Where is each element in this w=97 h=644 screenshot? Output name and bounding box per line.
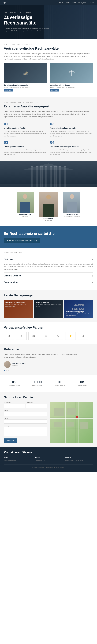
trusted-card-2-image [50,64,93,83]
trusted-card-2-btn[interactable]: Mehr lesen [50,89,59,92]
ref-role: Manager [12,364,26,366]
map-road-h1 [50,418,93,419]
stat-label-3: Anwälte verfügbar [50,385,70,386]
first-name-input[interactable] [4,404,25,408]
meeting-text-2: We are here at your account and can help… [36,304,61,307]
map-container [50,402,93,443]
meetings-grid: Ihre Partner im Sozialbereich Lorem ipsu… [4,300,93,318]
lawyer-item-1: 01 Verteidigung Ihrer Rechte Lorem ipsum… [4,122,47,137]
service-header-1[interactable]: Civil Law ∧ [4,256,93,263]
email-input[interactable] [4,412,47,416]
team-role-2: Verkaufsleiter [39,220,58,221]
partner-7: ⊞ [78,332,88,340]
lawyer-text-1: Lorem ipsum dolor sit amet, consectetur … [4,130,47,137]
form-name-row: First Name Last Name [4,402,47,408]
services-label: UNSERE LEISTUNGEN [4,252,93,254]
cta-section: Ihr Rechtsschutz erwartet Sie Holen Sie … [0,226,97,248]
trusted-card-1-image [4,64,47,83]
cta-title: Ihr Rechtsschutz erwartet Sie [4,232,93,236]
team-grid: CELIA ALMEIDA Büroleiter JACK ALVAREZ Ve… [4,192,93,221]
partners-title: Vertrauenswürdige Partner [4,326,93,329]
submit-button[interactable]: Absenden [4,438,17,443]
team-name-3: NAT REYNOLDS [63,214,80,216]
team-name-2: JACK ALVAREZ [39,218,58,220]
service-item-1: Civil Law ∧ Lorem ipsum dolor sit amet, … [4,256,93,272]
stat-4: 0K Kunden betreut [72,378,93,388]
hero-section: GERECHTIGKEIT UND SCHNITT Zuverlässige R… [0,5,97,39]
meeting-text-1: Lorem ipsum dolor sit amet, consectetur … [5,304,31,307]
lawyer-title-4: Ihre vertrauenswürdigen Anwälte [50,146,93,148]
message-input[interactable] [4,427,47,436]
partner-4: ◉ [41,332,51,340]
stat-number-2: 0.000 [27,380,47,384]
nav-home[interactable]: Home [59,2,63,4]
trusted-cards: Juristische Exzellenz garantiert Sample … [4,64,93,92]
trusted-card-1-overlay: Juristische Exzellenz garantiert Sample … [4,83,47,92]
map-block-5 [80,422,88,428]
team-card-2: JACK ALVAREZ Verkaufsleiter [39,192,58,221]
nav-links: Home About FAQ Pricing Plan Contact [59,2,95,4]
lawyer-text-3: Lorem ipsum dolor sit amet, consectetur … [4,149,47,156]
footer-phone-label: Telefon [34,457,63,458]
nav-faq[interactable]: FAQ [73,2,76,4]
ref-dot-2[interactable] [6,370,7,371]
partner-6: ⚡ [65,332,76,340]
nav-logo[interactable]: logo [2,2,6,4]
footer-grid: E-Mail info@example.com Telefon +49 123 … [4,457,93,462]
courthouse-columns [0,161,97,187]
lawyers-section: IHRE VERTRAUENSWÜRDIGEN ANWÄLTE Erfahren… [0,97,97,161]
lawyer-num-2: 02 [50,122,93,126]
partner-3: ◁▷ [28,332,39,340]
ref-dot-1[interactable] [4,370,5,371]
meeting-card-3: MARCHFOR OURLIVES Komplexe Rechtslösunge… [64,300,93,318]
meeting-card-1: Ihre Partner im Sozialbereich Lorem ipsu… [4,300,33,318]
last-name-input[interactable] [26,404,47,408]
phone-input[interactable] [4,420,47,424]
trusted-section: KOMPETENTE RECHTSLÖSUNGEN Vertrauenswürd… [0,39,97,97]
partner-5: ⊙ [53,332,63,340]
stat-3: 0+ Anwälte verfügbar [49,378,71,388]
map-road-v1 [65,402,66,443]
service-chevron-2: ∨ [92,274,93,277]
phone-label: Telefon [4,417,47,419]
service-header-2[interactable]: Criminal Defense ∨ [4,272,93,279]
email-label: E-Mail [4,410,47,411]
first-name-field: First Name [4,402,25,408]
service-chevron-1: ∧ [92,258,93,261]
map-road-v2 [78,402,79,443]
team-photo-3 [63,192,80,213]
references-text: Lorem ipsum dolor sit amet, consectetur … [4,353,82,358]
cta-button[interactable]: Holen Sie sich Ihre kostenlose Beratung [4,238,40,243]
map-block-3 [54,422,62,427]
team-card-3: NAT REYNOLDS Buchhalter-Wirtschaftsprüfe… [63,192,80,221]
stat-2: 0.000 Rechtsfälle gelöst [26,378,48,388]
team-card-1: CELIA ALMEIDA Büroleiter [17,192,34,221]
ref-card: NAT REYNOLDS Manager [4,361,93,368]
hero-tag: GERECHTIGKEIT UND SCHNITT [4,12,58,13]
partners-section: Vertrauenswürdige Partner ◈ ⊕ ◁▷ ◉ ⊙ ⚡ ⊞ [0,322,97,344]
meeting-text-3: Wir sind mit einem vollem Herzen für Ihr… [66,313,92,316]
lawyer-num-3: 03 [4,140,47,145]
first-name-label: First Name [4,402,25,403]
contact-form-section: Schutz Ihrer Rechte First Name Last Name… [0,392,97,447]
service-item-2: Criminal Defense ∨ [4,272,93,279]
nav-pricing[interactable]: Pricing Plan [78,2,87,4]
lawyer-title-2: Juristische Exzellenz garantiert [50,127,93,129]
lawyer-text-2: Lorem ipsum dolor sit amet, consectetur … [50,130,93,137]
navigation: logo Home About FAQ Pricing Plan Contact [0,0,97,5]
meetings-section: Letzte Begegnungen Ihre Partner im Sozia… [0,290,97,322]
partner-1: ◈ [4,332,14,340]
ref-dot-3[interactable] [8,370,9,371]
meeting-title-1: Ihre Partner im Sozialbereich [5,301,31,303]
lawyers-label: IHRE VERTRAUENSWÜRDIGEN ANWÄLTE [4,102,93,103]
service-header-3[interactable]: Corporate Law ∨ [4,279,93,286]
nav-contact[interactable]: Contact [89,2,95,4]
stat-label-4: Kunden betreut [73,385,92,386]
lawyer-num-4: 04 [50,140,93,145]
trusted-title: Vertrauenswürdige Rechtsanwälte [4,46,93,50]
lawyer-text-4: Lorem ipsum dolor sit amet, consectetur … [50,149,93,156]
nav-about[interactable]: About [66,2,70,4]
courthouse-image [0,161,97,187]
footer-phone-value: +49 123 456 789 [34,459,63,461]
trusted-card-1-btn[interactable]: Mehr lesen [4,89,13,92]
